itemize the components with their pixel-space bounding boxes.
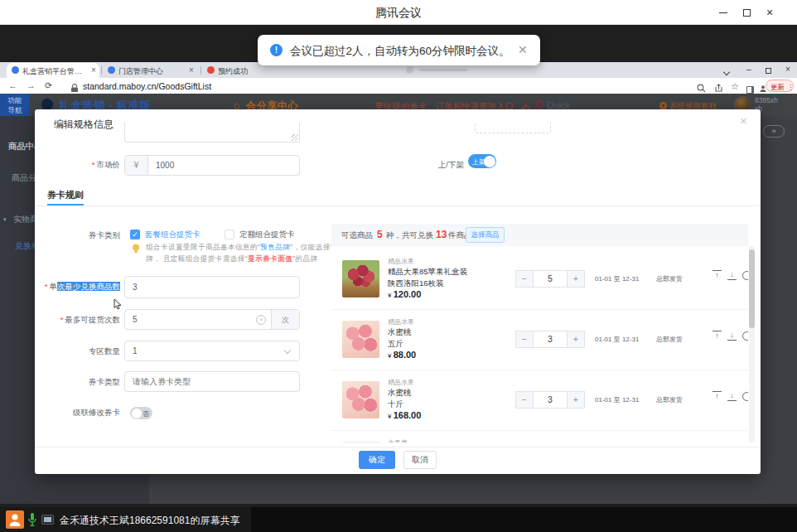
max-pickup-input[interactable]: × 次 [124,309,300,330]
description-textarea[interactable] [124,123,300,143]
remove-product-icon[interactable] [742,331,748,341]
upload-box-partial[interactable] [475,123,551,133]
back-icon[interactable]: ← [8,80,17,90]
dialog-close-icon[interactable]: × [740,114,747,128]
reload-icon[interactable]: ⟳ [45,80,52,91]
option-fixed-card[interactable]: 定额组合提货卡 [239,230,295,240]
validity-range: 01-01 至 12-31 [595,395,639,404]
shelf-toggle[interactable]: 上架 [468,154,496,168]
plus-button[interactable]: + [567,270,585,288]
minus-button[interactable]: − [515,270,534,288]
move-to-bottom-icon[interactable]: ↓ [727,331,737,341]
remove-product-icon[interactable] [742,392,748,401]
forward-icon[interactable]: → [27,80,36,90]
quantity-stepper[interactable]: − 5 + [515,270,585,288]
close-button[interactable]: × [762,5,777,20]
confirm-button[interactable]: 确定 [359,451,395,469]
minus-button[interactable]: − [515,331,534,348]
bookmark-star-icon[interactable]: ☆ [731,81,739,92]
quantity-value[interactable]: 5 [534,270,567,288]
collapse-panel-button[interactable]: » [763,125,785,138]
tab-close-icon[interactable]: × [189,65,194,75]
kebab-menu-icon[interactable]: ⋮ [787,83,795,91]
partial-tab-label [419,69,467,71]
move-to-top-icon[interactable]: ↑ [712,270,722,280]
update-label: 更新 [770,83,785,93]
product-category: 精品水果 [388,317,414,326]
scrollbar-thumb[interactable] [749,249,755,328]
move-to-bottom-icon[interactable]: ↓ [727,270,737,280]
remove-product-icon[interactable] [742,271,748,280]
delivery-source: 总部发货 [656,395,683,404]
min-exchange-value[interactable] [125,277,299,297]
chrome-maximize-icon[interactable] [766,66,771,75]
chrome-update-button[interactable]: 更新 ⋮ [766,80,794,92]
nav-toggle-button[interactable]: 功能 导航 [0,94,30,116]
quantity-value[interactable]: 3 [534,391,567,409]
market-price-input[interactable]: ¥ [124,155,300,176]
search-icon[interactable]: Q [534,98,543,110]
checkbox-checked-icon[interactable]: ✓ [130,230,140,239]
cancel-dialog-button[interactable]: 取消 [403,451,437,469]
url-text[interactable]: standard.maboy.cn/GoodsGiftList [83,81,211,91]
resize-grip-icon[interactable] [292,134,298,141]
plus-button[interactable]: + [567,391,585,409]
chrome-profile-chevron-icon[interactable] [724,67,729,76]
zone-count-label: 专区数量 [35,346,120,357]
product-category: 精品水果 [388,257,414,266]
unit-suffix: 次 [271,310,299,329]
product-image [342,260,379,297]
product-image [342,321,379,358]
quantity-stepper[interactable]: − 3 + [515,331,585,348]
min-exchange-input[interactable] [124,276,300,298]
checkbox-unchecked-icon[interactable] [225,230,234,239]
quantity-value[interactable]: 3 [534,331,567,348]
toast-close-icon[interactable]: ✕ [518,43,528,56]
minus-button[interactable]: − [515,391,534,409]
zone-count-select[interactable] [124,341,300,361]
minimize-icon [719,12,727,13]
zone-count-value[interactable] [125,341,299,360]
partial-tab-favicon [406,66,413,74]
screen: 腾讯会议 × 礼盒营销平台管理中心 × 门店管理中心 × 预约成功 [0,0,797,532]
move-to-top-icon[interactable]: ↑ [712,391,722,401]
card-type-value[interactable] [125,372,299,391]
move-to-bottom-icon[interactable]: ↓ [727,391,737,401]
max-pickup-value[interactable] [125,310,271,329]
types-count: 5 [377,229,383,240]
card-type-input[interactable] [124,371,300,392]
product-row: 精品水果 水蜜桃 十斤 ¥ 168.00 − 3 + 01-01 至 12-31… [331,370,748,431]
max-pickup-label: *最多可提货次数 [35,315,120,326]
move-to-top-icon[interactable]: ↑ [712,331,722,341]
browser-tab-store-admin[interactable]: 门店管理中心 × [103,63,199,78]
product-spec: 陕西洛阳16枚装 [388,278,444,289]
product-image [342,381,379,418]
chrome-close-icon[interactable]: × [785,65,790,74]
maximize-button[interactable] [739,5,754,20]
product-row: 精品水果 精品大果85苹果礼盒装 陕西洛阳16枚装 ¥ 120.00 − 5 +… [331,249,748,310]
maximize-icon [743,9,751,17]
clear-input-icon[interactable]: × [256,315,266,325]
quantity-stepper[interactable]: − 3 + [515,391,585,409]
plus-button[interactable]: + [567,331,585,348]
product-spec: 十斤 [388,399,403,410]
product-list-scrollbar[interactable] [749,246,755,443]
microphone-icon [27,512,37,530]
market-price-value[interactable] [125,156,299,175]
browser-tab-gift-admin[interactable]: 礼盒营销平台管理中心 × [7,63,99,78]
minimize-button[interactable] [716,5,731,20]
product-name: 水蜜桃 [388,327,412,338]
select-goods-button[interactable]: 选择商品 [466,227,505,243]
cascade-toggle[interactable]: 否 [130,407,152,419]
tab-close-icon[interactable]: × [91,65,96,75]
summary-text: 可选商品 [341,230,373,241]
product-price: ¥ 88.00 [388,350,416,360]
option-combo-card[interactable]: 套餐组合提货卡 [145,230,200,240]
tab-card-rules[interactable]: 券卡规则 [47,189,84,201]
bottom-bar: 金禾通技术王斌18662591081的屏幕共享 [0,507,797,532]
chrome-minimize-icon[interactable]: – [746,65,751,74]
product-category: 水果类 [388,438,408,443]
tab-label: 预约成功 [218,66,279,77]
card-category-label: 券卡类别 [35,230,120,241]
edit-spec-dialog: 编辑规格信息 × *市场价 ¥ 上/下架 上架 券卡规则 [35,109,761,474]
